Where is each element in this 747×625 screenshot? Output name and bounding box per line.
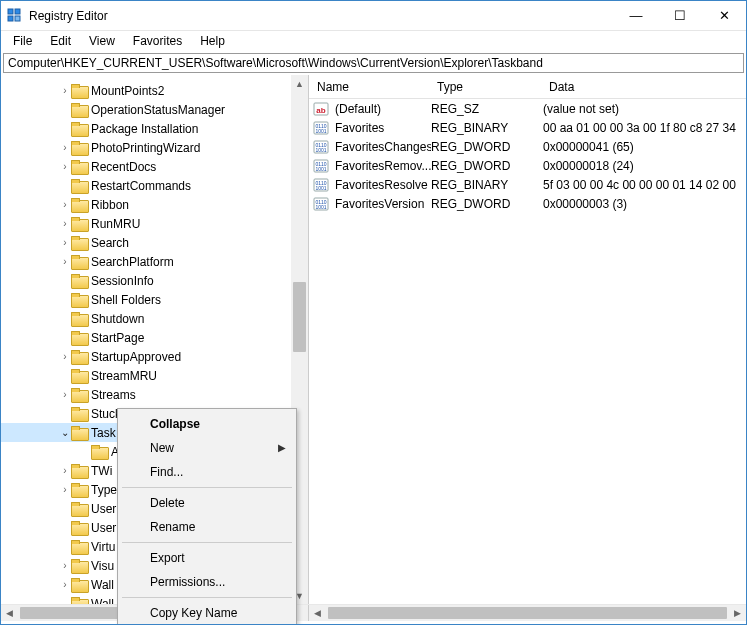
list-hscroll-right-icon[interactable]: ▶ <box>729 608 746 618</box>
chevron-right-icon[interactable]: › <box>59 199 71 210</box>
ctx-new[interactable]: New ▶ <box>120 436 294 460</box>
folder-icon <box>71 274 87 287</box>
tree-item[interactable]: ›StartupApproved <box>1 347 308 366</box>
tree-item[interactable]: StartPage <box>1 328 308 347</box>
chevron-right-icon[interactable]: › <box>59 484 71 495</box>
folder-icon <box>71 312 87 325</box>
svg-rect-1 <box>15 9 20 14</box>
tree-label: Search <box>91 236 129 250</box>
binary-value-icon: 01101001 <box>313 158 329 174</box>
chevron-right-icon[interactable]: › <box>59 256 71 267</box>
tree-label: User <box>91 502 116 516</box>
chevron-right-icon[interactable]: › <box>59 560 71 571</box>
tree-item[interactable]: ›SearchPlatform <box>1 252 308 271</box>
list-row[interactable]: 01101001FavoritesResolveREG_BINARY5f 03 … <box>309 175 746 194</box>
chevron-right-icon[interactable]: › <box>59 161 71 172</box>
menu-help[interactable]: Help <box>192 32 233 50</box>
value-data: 5f 03 00 00 4c 00 00 00 01 14 02 00 <box>543 178 746 192</box>
list-row[interactable]: 01101001FavoritesREG_BINARY00 aa 01 00 0… <box>309 118 746 137</box>
folder-icon <box>71 369 87 382</box>
list-hscroll-left-icon[interactable]: ◀ <box>309 608 326 618</box>
chevron-right-icon[interactable]: › <box>59 218 71 229</box>
tree-item[interactable]: ›MountPoints2 <box>1 81 308 100</box>
menu-edit[interactable]: Edit <box>42 32 79 50</box>
tree-item[interactable]: ›RecentDocs <box>1 157 308 176</box>
tree-item[interactable]: OperationStatusManager <box>1 100 308 119</box>
list-row[interactable]: ab(Default)REG_SZ(value not set) <box>309 99 746 118</box>
value-name: FavoritesResolve <box>335 178 428 192</box>
ctx-new-label: New <box>150 441 174 455</box>
tree-item[interactable]: Package Installation <box>1 119 308 138</box>
close-button[interactable]: ✕ <box>702 1 746 30</box>
ctx-collapse[interactable]: Collapse <box>120 412 294 436</box>
folder-icon <box>71 236 87 249</box>
value-data: 0x00000018 (24) <box>543 159 746 173</box>
ctx-find[interactable]: Find... <box>120 460 294 484</box>
tree-item[interactable]: Shell Folders <box>1 290 308 309</box>
tree-item[interactable]: StreamMRU <box>1 366 308 385</box>
tree-item[interactable]: ›RunMRU <box>1 214 308 233</box>
chevron-right-icon[interactable]: › <box>59 465 71 476</box>
titlebar: Registry Editor — ☐ ✕ <box>1 1 746 31</box>
chevron-right-icon[interactable]: › <box>59 579 71 590</box>
scroll-thumb[interactable] <box>293 282 306 352</box>
tree-hscroll-left-icon[interactable]: ◀ <box>1 608 18 618</box>
chevron-right-icon[interactable]: › <box>59 142 71 153</box>
scroll-up-icon[interactable]: ▲ <box>291 75 308 92</box>
tree-label: Ribbon <box>91 198 129 212</box>
tree-item[interactable]: SessionInfo <box>1 271 308 290</box>
tree-label: Shutdown <box>91 312 144 326</box>
tree-label: User <box>91 521 116 535</box>
tree-label: Wall <box>91 597 114 605</box>
ctx-export[interactable]: Export <box>120 546 294 570</box>
tree-item[interactable]: ›Search <box>1 233 308 252</box>
tree-label: RunMRU <box>91 217 140 231</box>
folder-icon <box>71 198 87 211</box>
list-pane: Name Type Data ab(Default)REG_SZ(value n… <box>309 75 746 604</box>
value-type: REG_BINARY <box>431 178 543 192</box>
folder-icon <box>71 293 87 306</box>
value-data: 0x00000041 (65) <box>543 140 746 154</box>
chevron-right-icon[interactable]: › <box>59 237 71 248</box>
submenu-arrow-icon: ▶ <box>278 442 286 453</box>
chevron-down-icon[interactable]: ⌄ <box>59 427 71 438</box>
menu-view[interactable]: View <box>81 32 123 50</box>
chevron-right-icon[interactable]: › <box>59 85 71 96</box>
list-hscroll-thumb[interactable] <box>328 607 727 619</box>
svg-rect-2 <box>8 16 13 21</box>
tree-item[interactable]: Shutdown <box>1 309 308 328</box>
address-bar[interactable]: Computer\HKEY_CURRENT_USER\Software\Micr… <box>3 53 744 73</box>
menu-favorites[interactable]: Favorites <box>125 32 190 50</box>
tree-item[interactable]: RestartCommands <box>1 176 308 195</box>
chevron-right-icon[interactable]: › <box>59 389 71 400</box>
tree-label: RestartCommands <box>91 179 191 193</box>
tree-item[interactable]: ›Streams <box>1 385 308 404</box>
column-name[interactable]: Name <box>309 76 429 98</box>
tree-label: Wall <box>91 578 114 592</box>
list-row[interactable]: 01101001FavoritesVersionREG_DWORD0x00000… <box>309 194 746 213</box>
value-data: (value not set) <box>543 102 746 116</box>
tree-item[interactable]: ›Ribbon <box>1 195 308 214</box>
folder-icon <box>71 578 87 591</box>
folder-icon <box>71 464 87 477</box>
ctx-copykey[interactable]: Copy Key Name <box>120 601 294 625</box>
column-type[interactable]: Type <box>429 76 541 98</box>
folder-icon <box>71 103 87 116</box>
folder-icon <box>71 426 87 439</box>
ctx-permissions[interactable]: Permissions... <box>120 570 294 594</box>
ctx-rename[interactable]: Rename <box>120 515 294 539</box>
tree-item[interactable]: ›PhotoPrintingWizard <box>1 138 308 157</box>
list-row[interactable]: 01101001FavoritesChangesREG_DWORD0x00000… <box>309 137 746 156</box>
chevron-right-icon[interactable]: › <box>59 351 71 362</box>
menu-file[interactable]: File <box>5 32 40 50</box>
ctx-delete[interactable]: Delete <box>120 491 294 515</box>
minimize-button[interactable]: — <box>614 1 658 30</box>
folder-icon <box>71 84 87 97</box>
list-row[interactable]: 01101001FavoritesRemov...REG_DWORD0x0000… <box>309 156 746 175</box>
column-data[interactable]: Data <box>541 76 746 98</box>
folder-icon <box>91 445 107 458</box>
svg-text:ab: ab <box>316 106 325 115</box>
maximize-button[interactable]: ☐ <box>658 1 702 30</box>
folder-icon <box>71 407 87 420</box>
value-name: Favorites <box>335 121 384 135</box>
